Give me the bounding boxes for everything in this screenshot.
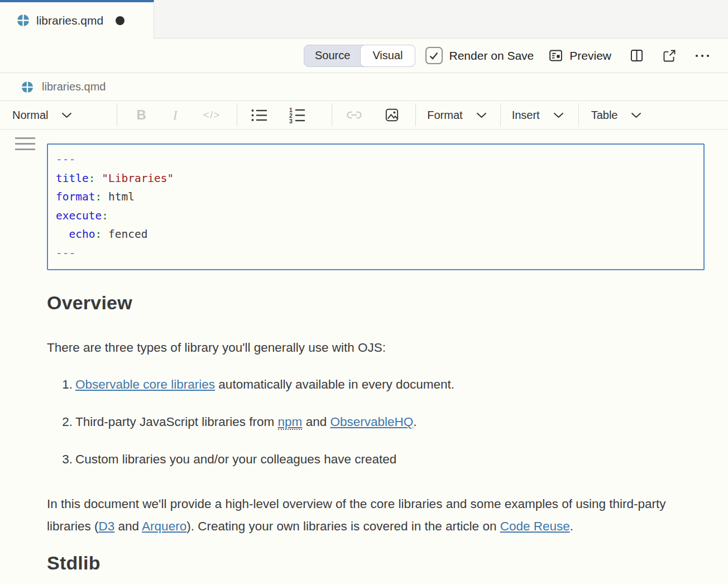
source-mode-button[interactable]: Source: [304, 45, 361, 66]
list-item: 2. Third-party JavaScript libraries from…: [47, 411, 705, 433]
link-npm[interactable]: npm: [278, 415, 303, 430]
yaml-value: fenced: [102, 228, 147, 241]
format-toolbar: Normal B I </> 1 2 3: [0, 101, 728, 130]
code-icon: </>: [203, 109, 220, 121]
paragraph-style-dropdown[interactable]: Normal: [12, 109, 72, 122]
yaml-delimiter: ---: [56, 247, 75, 260]
yaml-key: execute: [56, 209, 102, 222]
source-mode-label: Source: [315, 49, 350, 62]
bullet-list-button[interactable]: [251, 108, 268, 123]
link-icon: [347, 111, 362, 119]
italic-button[interactable]: I: [173, 108, 178, 123]
svg-text:3: 3: [289, 118, 293, 123]
quarto-icon: [17, 14, 30, 27]
breadcrumb: libraries.qmd: [0, 73, 728, 101]
table-menu-dropdown[interactable]: Table: [591, 109, 642, 122]
library-types-list: 1. Observable core libraries automatical…: [47, 374, 705, 471]
link-observablehq[interactable]: ObservableHQ: [330, 415, 413, 429]
yaml-delimiter: ---: [56, 153, 75, 166]
checkmark-icon: [429, 51, 439, 61]
numbered-list-icon: 1 2 3: [289, 107, 306, 123]
yaml-key: format: [56, 190, 95, 203]
visual-mode-label: Visual: [372, 49, 403, 62]
document-editor: --- title: "Libraries" format: html exec…: [0, 130, 728, 575]
yaml-front-matter-block[interactable]: --- title: "Libraries" format: html exec…: [47, 143, 705, 270]
italic-icon: I: [173, 108, 178, 123]
insert-menu-label: Insert: [512, 109, 540, 122]
chevron-down-icon: [476, 112, 487, 118]
link-arquero[interactable]: Arquero: [142, 519, 186, 533]
image-button[interactable]: [384, 107, 400, 123]
block-drag-handle[interactable]: [15, 137, 35, 154]
link-code-reuse[interactable]: Code Reuse: [500, 519, 570, 533]
more-actions-button[interactable]: [695, 53, 710, 59]
code-button[interactable]: </>: [203, 109, 220, 121]
editor-toolbar: Source Visual Render on Save Preview: [0, 39, 728, 73]
breadcrumb-filename[interactable]: libraries.qmd: [42, 80, 106, 93]
editor-tab-bar: libraries.qmd: [0, 0, 728, 39]
insert-menu-dropdown[interactable]: Insert: [512, 109, 564, 122]
list-item: 3. Custom libraries you and/or your coll…: [47, 448, 705, 471]
chevron-down-icon: [553, 112, 564, 118]
table-menu-label: Table: [591, 109, 618, 122]
toolbar-separator: [332, 103, 332, 127]
toolbar-separator: [500, 103, 501, 127]
open-external-icon: [662, 49, 677, 63]
source-visual-toggle: Source Visual: [304, 45, 415, 67]
split-editor-button[interactable]: [629, 48, 644, 63]
yaml-key: title: [56, 172, 89, 185]
heading-overview: Overview: [47, 291, 705, 314]
toolbar-separator: [117, 103, 117, 127]
preview-label: Preview: [569, 49, 611, 63]
image-icon: [384, 107, 400, 123]
preview-button[interactable]: Preview: [548, 48, 611, 63]
yaml-key: echo: [56, 228, 95, 241]
closing-paragraph: In this document we'll provide a high-le…: [47, 493, 686, 538]
format-menu-dropdown[interactable]: Format: [427, 109, 486, 122]
format-menu-label: Format: [427, 109, 462, 122]
chevron-down-icon: [61, 112, 72, 118]
visual-mode-button[interactable]: Visual: [360, 45, 415, 67]
yaml-value: html: [102, 190, 135, 203]
render-on-save-checkbox[interactable]: [425, 47, 443, 64]
bullet-list-icon: [251, 108, 268, 123]
tab-libraries-qmd[interactable]: libraries.qmd: [0, 0, 154, 39]
quarto-icon: [21, 81, 33, 93]
split-editor-icon: [629, 48, 644, 63]
list-item: 1. Observable core libraries automatical…: [47, 374, 705, 396]
tab-title: libraries.qmd: [36, 14, 103, 27]
chevron-down-icon: [631, 112, 641, 118]
bold-button[interactable]: B: [136, 107, 146, 123]
toolbar-separator: [237, 103, 237, 127]
link-d3[interactable]: D3: [99, 519, 115, 533]
link-button[interactable]: [347, 111, 362, 119]
preview-icon: [548, 48, 563, 63]
yaml-string-value: "Libraries": [95, 172, 174, 185]
heading-stdlib: Stdlib: [47, 551, 705, 575]
unsaved-changes-dot: [116, 16, 124, 25]
toolbar-separator: [578, 103, 579, 127]
intro-paragraph: There are three types of library you'll …: [47, 337, 686, 359]
ellipsis-icon: [695, 53, 710, 59]
numbered-list-button[interactable]: 1 2 3: [289, 107, 306, 123]
paragraph-style-value: Normal: [12, 109, 48, 122]
bold-icon: B: [136, 107, 146, 123]
render-on-save-label[interactable]: Render on Save: [449, 49, 534, 63]
toolbar-separator: [415, 103, 416, 127]
link-observable-core-libraries[interactable]: Observable core libraries: [75, 377, 215, 391]
open-external-button[interactable]: [662, 49, 677, 63]
